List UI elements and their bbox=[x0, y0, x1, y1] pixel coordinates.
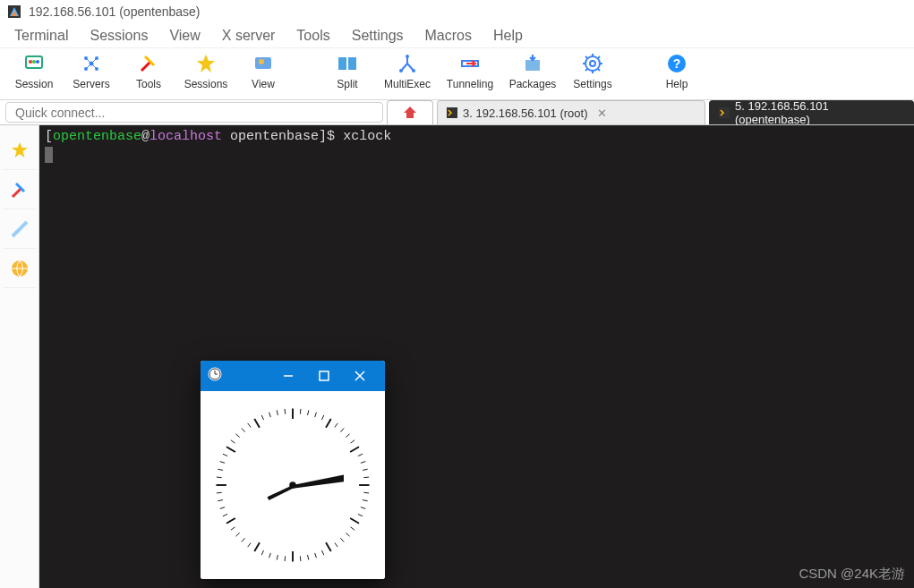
sidebar-macros[interactable] bbox=[3, 209, 37, 249]
terminal-line: [opentenbase@localhost opentenbase]$ xcl… bbox=[45, 129, 391, 144]
svg-point-18 bbox=[259, 59, 264, 64]
xclock-window[interactable] bbox=[201, 361, 385, 579]
quick-connect-input[interactable] bbox=[5, 102, 383, 123]
split-button[interactable]: Split bbox=[319, 52, 376, 97]
tunneling-button[interactable]: Tunneling bbox=[439, 52, 501, 97]
svg-line-111 bbox=[285, 409, 286, 414]
help-button[interactable]: ?Help bbox=[648, 52, 705, 97]
multiexec-icon bbox=[396, 52, 419, 75]
tunneling-icon bbox=[458, 52, 482, 75]
svg-line-33 bbox=[598, 69, 600, 71]
minimize-button[interactable] bbox=[270, 361, 306, 391]
terminal-icon bbox=[719, 107, 730, 118]
svg-point-21 bbox=[406, 55, 409, 58]
tools-icon bbox=[137, 52, 160, 75]
packages-icon bbox=[521, 52, 544, 75]
sessions-button[interactable]: Sessions bbox=[177, 52, 235, 97]
svg-line-53 bbox=[300, 409, 301, 414]
split-icon bbox=[336, 52, 359, 75]
sidebar-favorites[interactable] bbox=[3, 131, 37, 170]
home-icon bbox=[402, 105, 418, 122]
svg-rect-48 bbox=[320, 371, 329, 380]
clock-icon bbox=[208, 367, 222, 386]
tab-session-5[interactable]: 5. 192.168.56.101 (opentenbase) bbox=[709, 100, 914, 124]
svg-marker-16 bbox=[197, 55, 215, 72]
svg-point-114 bbox=[289, 481, 296, 489]
svg-rect-25 bbox=[525, 60, 540, 71]
menu-terminal[interactable]: Terminal bbox=[4, 24, 79, 47]
svg-marker-41 bbox=[12, 142, 28, 158]
window-title: 192.168.56.101 (opentenbase) bbox=[29, 4, 201, 19]
svg-text:?: ? bbox=[673, 56, 681, 71]
session-button[interactable]: Session bbox=[5, 52, 63, 97]
title-bar: 192.168.56.101 (opentenbase) bbox=[0, 0, 914, 23]
menu-xserver[interactable]: X server bbox=[211, 24, 286, 47]
svg-line-83 bbox=[285, 556, 286, 561]
toolbar: Session Servers Tools Sessions View Spli… bbox=[0, 48, 914, 100]
tab-label: 3. 192.168.56.101 (root) bbox=[463, 107, 588, 120]
tab-label: 5. 192.168.56.101 (opentenbase) bbox=[735, 99, 904, 126]
watermark: CSDN @24K老游 bbox=[799, 566, 905, 583]
menu-bar: Terminal Sessions View X server Tools Se… bbox=[0, 23, 914, 48]
svg-line-96 bbox=[217, 492, 222, 493]
servers-button[interactable]: Servers bbox=[63, 52, 120, 97]
workspace: [opentenbase@localhost opentenbase]$ xcl… bbox=[0, 125, 914, 588]
close-icon[interactable]: ✕ bbox=[597, 107, 607, 120]
svg-line-68 bbox=[363, 492, 369, 493]
tools-button[interactable]: Tools bbox=[120, 52, 177, 97]
multiexec-button[interactable]: MultiExec bbox=[376, 52, 439, 97]
svg-point-4 bbox=[29, 60, 32, 64]
svg-line-34 bbox=[585, 69, 587, 71]
svg-point-6 bbox=[36, 60, 39, 64]
menu-tools[interactable]: Tools bbox=[286, 24, 340, 47]
terminal[interactable]: [opentenbase@localhost opentenbase]$ xcl… bbox=[39, 125, 914, 588]
help-icon: ? bbox=[665, 52, 688, 75]
svg-line-13 bbox=[91, 58, 97, 64]
terminal-cursor bbox=[45, 147, 53, 163]
svg-line-15 bbox=[91, 64, 97, 69]
svg-marker-38 bbox=[404, 107, 416, 118]
svg-point-5 bbox=[32, 60, 36, 64]
tab-home[interactable] bbox=[387, 100, 433, 124]
svg-line-35 bbox=[598, 56, 600, 58]
svg-line-98 bbox=[217, 477, 222, 478]
sidebar bbox=[0, 125, 39, 588]
gear-icon bbox=[581, 52, 604, 75]
sidebar-sftp[interactable] bbox=[3, 249, 37, 288]
menu-view[interactable]: View bbox=[158, 24, 210, 47]
servers-icon bbox=[80, 52, 103, 75]
maximize-button[interactable] bbox=[306, 361, 342, 391]
svg-rect-19 bbox=[338, 57, 346, 70]
menu-settings[interactable]: Settings bbox=[341, 24, 414, 47]
svg-line-66 bbox=[363, 477, 369, 478]
svg-line-12 bbox=[86, 58, 91, 64]
svg-line-32 bbox=[585, 56, 587, 58]
settings-button[interactable]: Settings bbox=[564, 52, 621, 97]
svg-point-26 bbox=[585, 56, 600, 71]
xclock-face bbox=[201, 391, 385, 579]
svg-point-22 bbox=[399, 69, 403, 72]
menu-sessions[interactable]: Sessions bbox=[79, 24, 158, 47]
view-button[interactable]: View bbox=[235, 52, 292, 97]
terminal-icon bbox=[447, 107, 457, 118]
view-icon bbox=[252, 52, 275, 75]
svg-line-14 bbox=[86, 64, 91, 69]
close-button[interactable] bbox=[342, 361, 378, 391]
app-icon bbox=[7, 4, 21, 19]
svg-line-81 bbox=[300, 556, 301, 561]
svg-rect-20 bbox=[348, 57, 356, 70]
session-icon bbox=[22, 52, 46, 75]
menu-help[interactable]: Help bbox=[483, 24, 534, 47]
packages-button[interactable]: Packages bbox=[501, 52, 564, 97]
svg-point-27 bbox=[590, 61, 595, 66]
tab-session-3[interactable]: 3. 192.168.56.101 (root) ✕ bbox=[437, 100, 705, 124]
tab-bar: 3. 192.168.56.101 (root) ✕ 5. 192.168.56… bbox=[0, 100, 914, 125]
menu-macros[interactable]: Macros bbox=[414, 24, 483, 47]
star-icon bbox=[194, 52, 218, 75]
svg-point-23 bbox=[412, 69, 415, 72]
sidebar-tools[interactable] bbox=[3, 170, 37, 209]
xclock-titlebar[interactable] bbox=[201, 361, 385, 391]
